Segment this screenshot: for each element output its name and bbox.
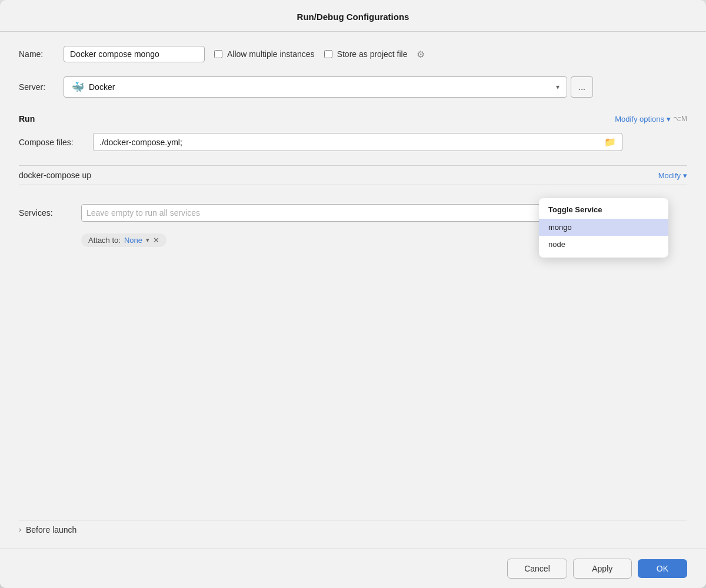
modify-button[interactable]: Modify ▾ [658, 171, 687, 180]
dialog-footer: Cancel Apply OK [0, 549, 706, 588]
compose-files-row: Compose files: 📁 [19, 133, 687, 151]
gear-icon[interactable]: ⚙ [417, 49, 425, 60]
toggle-service-title: Toggle Service [539, 205, 668, 219]
chevron-right-icon: › [19, 526, 21, 534]
compose-files-label: Compose files: [19, 138, 84, 147]
store-project-label: Store as project file [337, 49, 408, 59]
before-launch-row[interactable]: › Before launch [19, 520, 687, 534]
run-section-title: Run [19, 114, 35, 123]
folder-icon[interactable]: 📁 [604, 136, 616, 148]
server-select-inner: 🐳 Docker [71, 81, 115, 93]
attach-badge: Attach to: None ▾ ✕ [81, 233, 166, 247]
chevron-down-icon: ▾ [683, 171, 687, 180]
dialog-body: Name: Allow multiple instances Store as … [0, 32, 706, 549]
services-input-wrapper[interactable]: Leave empty to run all services ＋ ⤢ [81, 204, 599, 222]
modify-shortcut: ⌥M [673, 115, 687, 123]
toggle-service-item-node[interactable]: node [539, 236, 668, 253]
services-label: Services: [19, 204, 72, 218]
apply-button[interactable]: Apply [573, 559, 632, 579]
dialog-title: Run/Debug Configurations [0, 0, 706, 32]
server-value: Docker [89, 82, 115, 92]
server-row: Server: 🐳 Docker ▾ ... [19, 76, 687, 98]
chevron-down-icon: ▾ [556, 83, 560, 91]
run-debug-dialog: Run/Debug Configurations Name: Allow mul… [0, 0, 706, 588]
name-label: Name: [19, 49, 54, 59]
modify-options-button[interactable]: Modify options ▾ ⌥M [615, 115, 687, 123]
services-placeholder: Leave empty to run all services [86, 208, 569, 218]
name-input[interactable] [64, 46, 205, 62]
run-section-header: Run Modify options ▾ ⌥M [19, 114, 687, 123]
store-project-group: Store as project file [324, 49, 408, 59]
chevron-down-icon: ▾ [667, 115, 671, 123]
attach-prefix: Attach to: [88, 236, 121, 245]
toggle-service-dropdown: Toggle Service mongo node [539, 198, 668, 258]
docker-icon: 🐳 [71, 81, 84, 93]
cancel-button[interactable]: Cancel [507, 559, 567, 579]
toggle-service-item-mongo[interactable]: mongo [539, 219, 668, 236]
server-select-dropdown[interactable]: 🐳 Docker ▾ [64, 76, 567, 98]
ok-button[interactable]: OK [638, 559, 687, 578]
allow-multiple-group: Allow multiple instances [214, 49, 315, 59]
compose-files-input[interactable] [99, 138, 604, 147]
compose-input-wrapper: 📁 [93, 133, 622, 151]
attach-value: None [124, 236, 142, 245]
server-select-wrapper: 🐳 Docker ▾ ... [64, 76, 593, 98]
services-row: Services: Leave empty to run all service… [19, 204, 687, 222]
compose-up-label: docker-compose up [19, 171, 91, 180]
store-project-checkbox[interactable] [324, 50, 332, 58]
server-ellipsis-button[interactable]: ... [571, 76, 593, 98]
allow-multiple-checkbox[interactable] [214, 50, 222, 58]
modify-label: Modify [658, 171, 681, 180]
name-row: Name: Allow multiple instances Store as … [19, 46, 687, 62]
attach-close-icon[interactable]: ✕ [153, 236, 159, 245]
compose-up-row: docker-compose up Modify ▾ [19, 165, 687, 185]
attach-chevron-icon[interactable]: ▾ [146, 236, 149, 244]
server-label: Server: [19, 82, 54, 92]
before-launch-label: Before launch [26, 525, 76, 534]
allow-multiple-label: Allow multiple instances [227, 49, 315, 59]
modify-options-label: Modify options [615, 115, 664, 123]
